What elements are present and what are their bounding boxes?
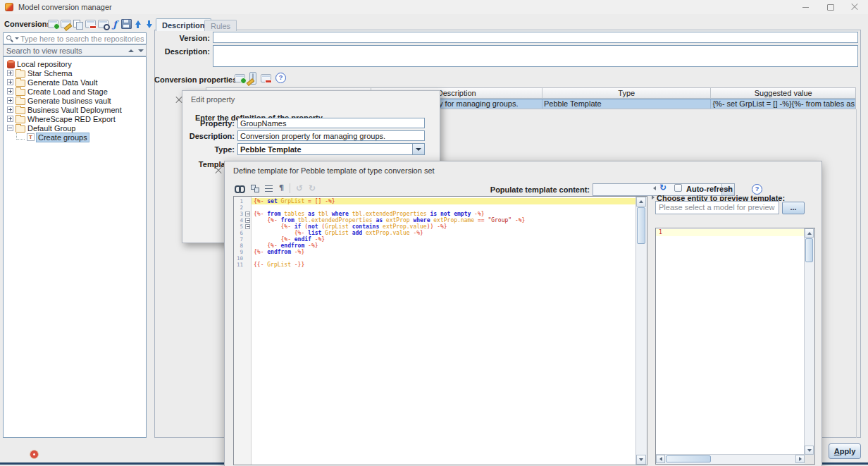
- fold-marker-icon[interactable]: [244, 223, 252, 230]
- expand-icon[interactable]: [7, 106, 13, 113]
- add-property-icon[interactable]: [235, 74, 245, 82]
- tree-item-generate-business-vault[interactable]: Generate business vault: [4, 96, 146, 105]
- line-number: 7: [234, 236, 244, 243]
- code-line-11[interactable]: 11{{- GrpList -}}: [234, 262, 636, 268]
- search-options-caret-icon[interactable]: [15, 37, 19, 39]
- help-icon[interactable]: ?: [275, 73, 286, 83]
- description-input[interactable]: [213, 45, 858, 67]
- code-line-8[interactable]: 8 {%- endfrom -%}: [234, 243, 636, 249]
- repository-icon: [7, 60, 15, 68]
- tree-item-local-repository[interactable]: Local repository: [4, 59, 146, 68]
- populate-template-label: Populate template content:: [401, 185, 590, 194]
- tree-item-create-groups[interactable]: T Create groups: [4, 133, 146, 142]
- scrollbar-thumb[interactable]: [637, 207, 645, 244]
- scrollbar-thumb[interactable]: [805, 238, 813, 262]
- expand-icon[interactable]: [7, 116, 13, 122]
- editor-vertical-scrollbar[interactable]: [636, 197, 647, 465]
- line-number: 5: [234, 223, 244, 230]
- line-number: 10: [234, 255, 244, 262]
- copy-conversion-icon[interactable]: [73, 20, 83, 29]
- collapse-panel-icon[interactable]: [653, 186, 656, 190]
- auto-refresh-checkbox[interactable]: [674, 184, 682, 192]
- code-line-10[interactable]: 10: [234, 255, 636, 262]
- remove-conversion-icon[interactable]: [85, 20, 96, 28]
- expand-icon[interactable]: [7, 88, 13, 94]
- add-conversion-icon[interactable]: [48, 20, 58, 28]
- code-line-9[interactable]: 9{%- endfrom -%}: [234, 249, 636, 255]
- move-down-icon[interactable]: [145, 20, 154, 29]
- code-line-2[interactable]: 2: [234, 204, 636, 211]
- template-code-editor[interactable]: 1{%- set GrpList = [] -%}23{%- from tabl…: [233, 196, 647, 465]
- type-dropdown[interactable]: Pebble Template: [237, 143, 425, 155]
- titlebar: Model conversion manager: [0, 0, 868, 14]
- tree-item-generate-data-vault[interactable]: Generate Data Vault: [4, 78, 146, 87]
- code-line-7[interactable]: 7 {%- endif -%}: [234, 236, 636, 243]
- description-input[interactable]: Conversion property for managing groups.: [237, 130, 425, 141]
- close-icon[interactable]: [844, 0, 865, 14]
- entity-preview-field[interactable]: Please select a model for preview: [655, 201, 779, 214]
- code-line-5[interactable]: 5 {%- if (not (GrpList contains extProp.…: [234, 223, 636, 230]
- scroll-right-icon[interactable]: [795, 455, 805, 463]
- tree-item-star-schema[interactable]: Star Schema: [4, 68, 146, 78]
- expand-icon[interactable]: [7, 79, 13, 85]
- scroll-down-icon[interactable]: [636, 455, 646, 465]
- formatting-marks-icon[interactable]: ¶: [279, 184, 284, 192]
- version-input[interactable]: [213, 32, 858, 43]
- collapse-icon[interactable]: [7, 125, 13, 131]
- scrollbar-thumb[interactable]: [666, 455, 711, 462]
- folder-icon: [16, 125, 25, 133]
- scroll-up-icon[interactable]: [805, 228, 814, 238]
- repository-search-input[interactable]: Type here to search the repositories: [3, 32, 147, 44]
- fold-marker-icon[interactable]: [244, 217, 252, 223]
- edit-property-button[interactable]: [249, 72, 256, 85]
- structure-icon[interactable]: [251, 184, 259, 192]
- template-preview-pane[interactable]: 1: [655, 228, 815, 465]
- code-line-6[interactable]: 6 {%- list GrpList add extProp.value -%}: [234, 230, 636, 236]
- code-line-1[interactable]: 1{%- set GrpList = [] -%}: [234, 198, 636, 204]
- code-line-4[interactable]: 4 {%- from tbl.extendedProperties as ext…: [234, 217, 636, 223]
- tree-item-default-group[interactable]: Default Group: [4, 123, 146, 133]
- preview-conversion-icon[interactable]: [98, 20, 108, 28]
- window-title: Model conversion manager: [18, 3, 112, 11]
- scroll-left-icon[interactable]: [656, 455, 665, 463]
- expand-icon[interactable]: [7, 97, 13, 104]
- find-icon[interactable]: [235, 184, 245, 192]
- expand-icon[interactable]: [7, 70, 13, 76]
- code-line-3[interactable]: 3{%- from tables as tbl where tbl.extend…: [234, 211, 636, 217]
- apply-button[interactable]: Apply: [829, 443, 861, 459]
- tree-item-create-load-and-stage[interactable]: Create Load and Stage: [4, 87, 146, 96]
- tab-rules[interactable]: Rules: [204, 20, 237, 31]
- tree-item-wherescape-red-export[interactable]: WhereScape RED Export: [4, 114, 146, 123]
- preview-horizontal-scrollbar[interactable]: [656, 454, 805, 464]
- import-function-icon[interactable]: [111, 20, 119, 29]
- search-placeholder: Type here to search the repositories: [20, 35, 144, 43]
- scroll-down-icon[interactable]: [805, 446, 814, 455]
- word-wrap-icon[interactable]: [265, 184, 273, 192]
- refresh-preview-icon[interactable]: ↻: [659, 183, 666, 192]
- scroll-up-icon[interactable]: [636, 197, 646, 207]
- preview-vertical-scrollbar[interactable]: [804, 228, 814, 455]
- tree-item-business-vault-deployment[interactable]: Business Vault Deployment: [4, 105, 146, 114]
- maximize-icon[interactable]: [820, 0, 841, 14]
- edit-conversion-icon[interactable]: [61, 20, 71, 28]
- line-number: 11: [234, 262, 244, 268]
- redo-icon: ↻: [309, 184, 316, 192]
- help-icon[interactable]: ?: [752, 184, 762, 195]
- fold-marker-icon[interactable]: [244, 211, 252, 217]
- code-text: {%- endfrom -%}: [252, 243, 318, 249]
- column-header-suggested-value[interactable]: Suggested value: [711, 88, 855, 99]
- chevron-down-icon[interactable]: [412, 144, 424, 154]
- remove-property-icon[interactable]: [261, 74, 271, 82]
- previous-result-button[interactable]: [126, 47, 136, 55]
- column-header-type[interactable]: Type: [542, 88, 711, 99]
- move-up-icon[interactable]: [134, 20, 143, 29]
- expand-panel-icon[interactable]: [652, 195, 655, 200]
- save-icon[interactable]: [121, 19, 132, 29]
- browse-model-button[interactable]: ...: [782, 202, 805, 214]
- connection-error-icon: [30, 450, 39, 459]
- tab-description[interactable]: Description: [156, 18, 211, 31]
- minimize-icon[interactable]: [795, 0, 816, 14]
- fold-spacer: [244, 249, 252, 255]
- next-result-button[interactable]: [136, 47, 146, 55]
- property-input[interactable]: GroupNames: [237, 118, 425, 128]
